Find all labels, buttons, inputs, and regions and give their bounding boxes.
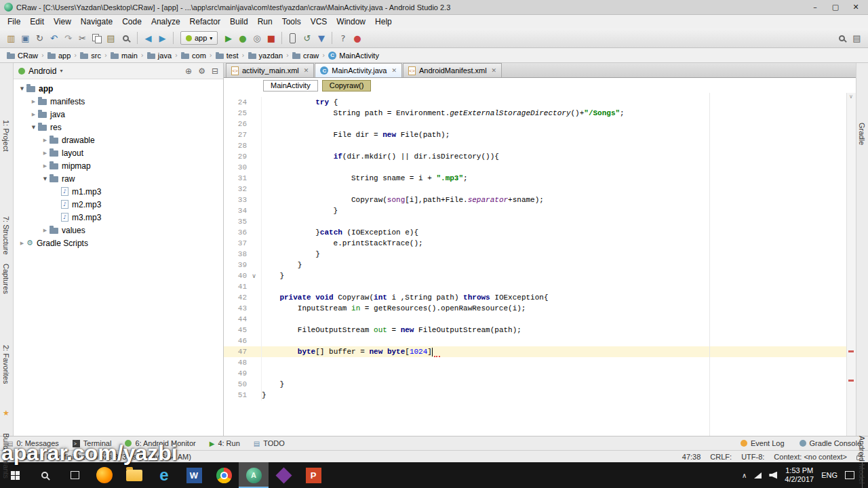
code-line-48[interactable]: 48 [224,357,846,368]
sdk-manager-icon[interactable]: ▼ [314,31,328,45]
code-line-45[interactable]: 45 FileOutputStream out = new FileOutput… [224,325,846,336]
code-line-39[interactable]: 39 } [224,260,846,270]
android-studio-taskbar-button[interactable]: A [239,462,269,488]
tool-tab-favorites[interactable]: 2: Favorites [2,345,10,384]
firefox-taskbar-button[interactable] [90,462,119,488]
close-tab-icon[interactable]: ✕ [304,67,309,74]
avd-manager-icon[interactable] [290,33,296,43]
menu-build[interactable]: Build [225,17,253,26]
tree-item-manifests[interactable]: ▶manifests [14,95,223,108]
menu-code[interactable]: Code [117,17,146,26]
tree-item-app[interactable]: ▼app [14,82,223,95]
tree-item-mipmap[interactable]: ▶mipmap [14,159,223,172]
tree-item-m2-mp3[interactable]: ♪m2.mp3 [14,198,223,211]
fold-arrow-icon[interactable]: ∨ [247,270,262,281]
tool-tab-todo[interactable]: ▤TODO [254,439,285,447]
tree-item-raw[interactable]: ▼raw [14,172,223,185]
sync-icon[interactable]: ↻ [33,31,47,45]
breadcrumb-item-yazdan[interactable]: yazdan [247,52,284,60]
tree-item-m1-mp3[interactable]: ♪m1.mp3 [14,185,223,198]
code-line-42[interactable]: 42 private void Copyraw(int i ,String pa… [224,292,846,303]
tree-item-layout[interactable]: ▶layout [14,146,223,159]
expand-arrow-icon[interactable]: ▶ [29,99,38,104]
code-line-30[interactable]: 30 [224,162,846,173]
tree-item-res[interactable]: ▼res [14,121,223,134]
tool-tab-gradle[interactable]: Gradle [858,123,866,145]
help-icon[interactable]: ? [336,31,350,45]
tool-tab-project[interactable]: 1: Project [2,120,10,151]
cut-icon[interactable]: ✂ [75,31,90,45]
code-line-32[interactable]: 32 [224,184,846,195]
breadcrumb-item-src[interactable]: src [79,52,102,60]
maximize-button[interactable]: ▢ [826,1,845,14]
scroll-from-source-icon[interactable]: ⊕ [185,66,192,76]
code-line-41[interactable]: 41 [224,281,846,292]
tree-item-gradle-scripts[interactable]: ▶⚙Gradle Scripts [14,237,223,249]
tool-tab-build-variants[interactable]: Build Variants [2,433,10,479]
find-icon[interactable] [123,35,129,41]
run-icon[interactable]: ▶ [221,31,235,45]
search-button[interactable] [30,462,60,488]
menu-help[interactable]: Help [370,17,397,26]
expand-arrow-icon[interactable]: ▶ [41,163,50,169]
collapse-arrow-icon[interactable]: ▼ [18,86,26,92]
breadcrumb-item-com[interactable]: com [180,52,208,60]
back-icon[interactable]: ◀ [141,31,155,45]
search-icon[interactable] [839,35,845,41]
expand-arrow-icon[interactable]: ▶ [41,138,50,143]
tool-tab-messages[interactable]: ▤0: Messages [7,439,59,447]
task-view-button[interactable] [60,462,90,488]
code-line-36[interactable]: 36 }catch (IOException e){ [224,227,846,238]
code-line-51[interactable]: 51} [224,390,846,401]
tool-tab-run[interactable]: ▶4: Run [210,439,240,447]
breadcrumb-item-test[interactable]: test [214,52,240,60]
language-indicator[interactable]: ENG [821,471,837,479]
tree-item-drawable[interactable]: ▶drawable [14,134,223,146]
action-center-icon[interactable] [845,471,854,479]
tool-tab-captures[interactable]: Captures [2,264,10,294]
code-line-49[interactable]: 49 [224,368,846,379]
code-line-24[interactable]: 24 try { [224,97,846,108]
tree-item-values[interactable]: ▶values [14,224,223,237]
menu-edit[interactable]: Edit [25,17,49,26]
debug-icon[interactable]: ● [235,31,250,45]
hide-panel-icon[interactable]: ⊟ [212,66,218,76]
visual-studio-taskbar-button[interactable] [269,462,298,488]
breadcrumb-item-craw[interactable]: craw [291,52,320,60]
editor-scrollbar[interactable]: ∨ [846,93,856,436]
breadcrumb-chip-mainactivity[interactable]: MainActivity [263,80,318,92]
redo-icon[interactable]: ↷ [61,31,75,45]
open-icon[interactable]: ▥ [4,31,18,45]
code-line-27[interactable]: 27 File dir = new File(path); [224,129,846,140]
error-stripe-mark[interactable] [848,380,854,382]
breadcrumb-item-java[interactable]: java [146,52,173,60]
editor-code[interactable]: 24 try {25 String path = Environment.get… [224,93,846,436]
project-view-selector[interactable]: Android ▾ [18,66,62,76]
record-icon[interactable]: ● [350,31,364,45]
menu-window[interactable]: Window [332,17,370,26]
close-button[interactable]: ✕ [846,1,865,14]
editor-tab-mainactivity-java[interactable]: CMainActivity.java✕ [315,63,402,77]
menu-vcs[interactable]: VCS [306,17,332,26]
network-icon[interactable] [754,472,762,479]
favorites-star-icon[interactable]: ★ [3,409,9,418]
breadcrumb-item-app[interactable]: app [46,52,72,60]
breadcrumb-item-mainactivity[interactable]: CMainActivity [327,52,380,60]
menu-analyze[interactable]: Analyze [146,17,185,26]
run-configuration-selector[interactable]: app▾ [180,31,218,45]
code-line-25[interactable]: 25 String path = Environment.getExternal… [224,108,846,119]
tray-expand-icon[interactable]: ∧ [742,472,747,479]
tree-item-m3-mp3[interactable]: ♪m3.mp3 [14,211,223,224]
powerpoint-taskbar-button[interactable]: P [298,462,328,488]
undo-icon[interactable]: ↶ [47,31,61,45]
menu-view[interactable]: View [49,17,76,26]
collapse-arrow-icon[interactable]: ▼ [29,125,38,130]
breadcrumb-chip-copyraw[interactable]: Copyraw() [322,80,372,92]
coverage-icon[interactable]: ◎ [250,31,264,45]
menu-file[interactable]: File [3,17,25,26]
gradle-sync-icon[interactable]: ↺ [300,31,314,45]
paste-icon[interactable]: ▤ [104,31,118,45]
line-separator-indicator[interactable]: CRLF: [710,453,732,461]
volume-icon[interactable] [769,472,777,479]
taskbar-clock[interactable]: 1:53 PM 4/2/2017 [785,466,814,484]
